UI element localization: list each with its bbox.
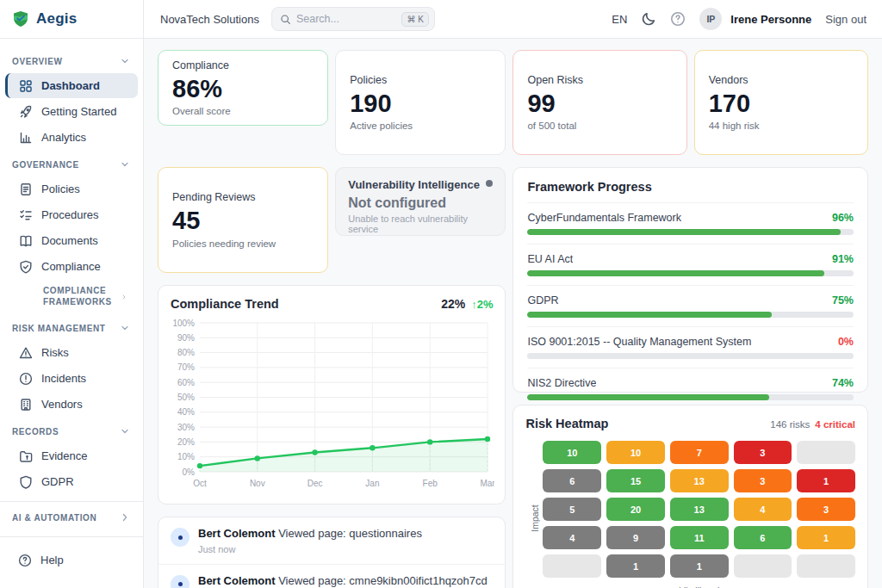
sidebar-section-governance[interactable]: GOVERNANCE bbox=[0, 151, 143, 176]
stat-card-open-risks[interactable]: Open Risks 99 of 500 total bbox=[512, 50, 686, 155]
sidebar-nav: OVERVIEWDashboardGetting StartedAnalytic… bbox=[0, 39, 143, 536]
framework-percent: 91% bbox=[832, 253, 854, 265]
heatmap-cell[interactable]: 4 bbox=[734, 498, 792, 521]
sidebar-item-dashboard[interactable]: Dashboard bbox=[5, 73, 138, 98]
sidebar-item-risks[interactable]: Risks bbox=[5, 340, 138, 365]
language-button[interactable]: EN bbox=[612, 13, 627, 26]
sidebar-item-incidents[interactable]: Incidents bbox=[5, 366, 138, 391]
sidebar-item-evidence[interactable]: Evidence bbox=[5, 443, 138, 468]
policies-icon bbox=[19, 183, 33, 196]
heatmap-cell[interactable]: 13 bbox=[670, 469, 729, 492]
framework-row[interactable]: NIS2 Directive 74% bbox=[527, 368, 854, 400]
evidence-icon bbox=[19, 449, 33, 463]
stat-card-policies[interactable]: Policies 190 Active policies bbox=[335, 50, 506, 155]
sign-out-button[interactable]: Sign out bbox=[825, 13, 866, 26]
framework-row[interactable]: CyberFundamentals Framework 96% bbox=[527, 203, 854, 235]
svg-text:30%: 30% bbox=[177, 423, 195, 432]
org-name[interactable]: NovaTech Solutions bbox=[160, 13, 259, 26]
sidebar-item-analytics[interactable]: Analytics bbox=[5, 125, 138, 150]
framework-row[interactable]: ISO 9001:2015 -- Quality Management Syst… bbox=[527, 326, 854, 359]
heatmap-cell[interactable]: 15 bbox=[606, 469, 665, 492]
progress-bar-track bbox=[527, 229, 854, 235]
heatmap-grid: 1010736151331520134349116111 bbox=[543, 441, 855, 578]
sidebar-section-risk-management[interactable]: RISK MANAGEMENT bbox=[0, 314, 143, 340]
chevron-down-icon bbox=[119, 322, 131, 334]
heatmap-cell[interactable]: 1 bbox=[670, 554, 729, 578]
stat-card-compliance[interactable]: Compliance 86% Overall score bbox=[158, 50, 328, 126]
sidebar-item-policies[interactable]: Policies bbox=[5, 176, 138, 201]
heatmap-cell[interactable]: 6 bbox=[543, 469, 601, 492]
stat-card-pending-reviews[interactable]: Pending Reviews 45 Policies needing revi… bbox=[158, 167, 328, 273]
svg-text:0%: 0% bbox=[183, 467, 196, 477]
heatmap-cell[interactable]: 10 bbox=[606, 441, 665, 464]
heatmap-cell[interactable]: 4 bbox=[543, 526, 601, 549]
gdpr-icon bbox=[19, 475, 33, 489]
sidebar-item-documents[interactable]: Documents bbox=[5, 228, 138, 253]
svg-text:90%: 90% bbox=[177, 333, 195, 343]
brand[interactable]: Aegis bbox=[0, 0, 144, 39]
heatmap-cell[interactable]: 20 bbox=[606, 498, 665, 521]
heatmap-cell[interactable]: 5 bbox=[543, 498, 601, 521]
heatmap-cell[interactable]: 6 bbox=[734, 526, 792, 549]
heatmap-y-axis-label: Impact bbox=[525, 441, 543, 588]
activity-action: Viewed page: cmne9kibn00ifict1hqzoh7cd bbox=[278, 574, 488, 587]
moon-icon[interactable] bbox=[641, 11, 656, 27]
framework-progress-card: Framework Progress CyberFundamentals Fra… bbox=[512, 167, 868, 393]
heatmap-cell[interactable]: 1 bbox=[797, 526, 855, 549]
search-box[interactable]: ⌘ K bbox=[271, 7, 435, 31]
heatmap-cell[interactable]: 9 bbox=[606, 526, 665, 549]
framework-row[interactable]: GDPR 75% bbox=[527, 285, 854, 318]
heatmap-cell[interactable]: 11 bbox=[670, 526, 729, 549]
heatmap-cell[interactable]: 3 bbox=[734, 469, 792, 492]
sidebar-section-security[interactable]: SECURITY bbox=[0, 529, 143, 536]
framework-row[interactable]: EU AI Act 91% bbox=[527, 244, 854, 276]
activity-user: Bert Colemont bbox=[198, 527, 276, 540]
sidebar-item-help[interactable]: Help bbox=[12, 548, 131, 573]
vi-title: Vulnerability Intelligence bbox=[348, 178, 493, 191]
stat-subtitle: Overall score bbox=[172, 106, 314, 116]
sidebar-item-procedures[interactable]: Procedures bbox=[5, 202, 138, 227]
heatmap-cell[interactable]: 3 bbox=[734, 441, 792, 464]
stat-card-vendors[interactable]: Vendors 170 44 high risk bbox=[694, 50, 868, 155]
heatmap-cell[interactable]: 1 bbox=[606, 554, 665, 578]
main-content: Compliance 86% Overall score Policies 19… bbox=[144, 39, 882, 588]
sidebar-item-label: Procedures bbox=[41, 208, 98, 221]
sidebar-item-gdpr[interactable]: GDPR bbox=[5, 469, 138, 494]
framework-name: EU AI Act bbox=[527, 253, 573, 265]
search-input[interactable] bbox=[296, 13, 397, 25]
progress-bar-fill bbox=[527, 394, 768, 400]
chevron-right-icon bbox=[121, 291, 127, 303]
heatmap-cell[interactable]: 1 bbox=[797, 469, 855, 492]
risk-heatmap-card: Risk Heatmap 146 risks4 critical Impact … bbox=[512, 405, 868, 588]
stat-subtitle: Active policies bbox=[350, 121, 491, 131]
sidebar-section-records[interactable]: RECORDS bbox=[0, 418, 143, 443]
sidebar-section-ai-automation[interactable]: AI & AUTOMATION bbox=[0, 504, 143, 529]
sidebar-item-vendors[interactable]: Vendors bbox=[5, 392, 138, 417]
heatmap-cell[interactable]: 13 bbox=[670, 498, 729, 521]
heatmap-cell[interactable]: 7 bbox=[670, 441, 729, 464]
sidebar-section-overview[interactable]: OVERVIEW bbox=[0, 47, 143, 73]
heatmap-cell[interactable]: 10 bbox=[543, 441, 601, 464]
framework-name: ISO 9001:2015 -- Quality Management Syst… bbox=[527, 336, 751, 348]
analytics-icon bbox=[19, 131, 33, 145]
avatar[interactable]: IP bbox=[699, 8, 722, 30]
search-shortcut-badge: ⌘ K bbox=[401, 12, 428, 27]
sidebar-item-getting-started[interactable]: Getting Started bbox=[5, 99, 138, 124]
stat-title: Compliance bbox=[172, 59, 314, 71]
framework-name: NIS2 Directive bbox=[527, 377, 596, 389]
vulnerability-intelligence-card[interactable]: Vulnerability Intelligence Not configure… bbox=[335, 167, 506, 236]
heatmap-cell[interactable]: 3 bbox=[797, 498, 855, 521]
svg-text:80%: 80% bbox=[177, 348, 195, 357]
heatmap-cell bbox=[543, 554, 601, 578]
sidebar-item-label: Documents bbox=[41, 234, 98, 247]
svg-text:70%: 70% bbox=[177, 362, 195, 372]
incidents-icon bbox=[19, 372, 33, 386]
sidebar-item-compliance[interactable]: Compliance bbox=[5, 254, 138, 279]
heatmap-cell bbox=[797, 554, 855, 578]
vi-status: Not configured bbox=[348, 195, 493, 211]
sidebar-item-compliance-frameworks[interactable]: COMPLIANCE FRAMEWORKS bbox=[5, 281, 138, 313]
framework-name: GDPR bbox=[527, 294, 558, 306]
section-label: GOVERNANCE bbox=[12, 160, 79, 170]
question-icon[interactable] bbox=[670, 11, 686, 27]
stat-title: Vendors bbox=[709, 74, 854, 86]
